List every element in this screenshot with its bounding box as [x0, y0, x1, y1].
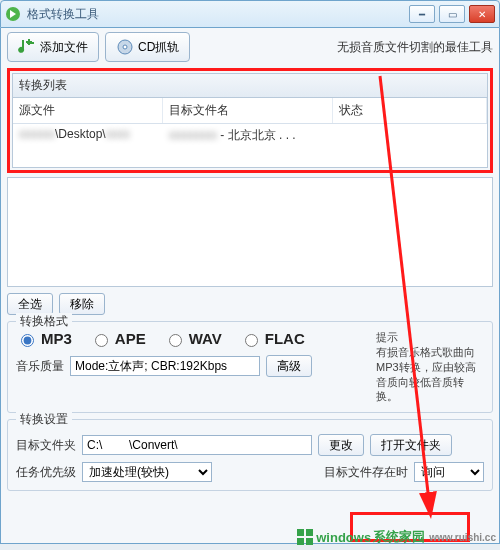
target-folder-label: 目标文件夹 — [16, 437, 76, 454]
radio-ape[interactable]: APE — [90, 330, 146, 347]
radio-wav[interactable]: WAV — [164, 330, 222, 347]
svg-point-2 — [123, 45, 127, 49]
remove-button[interactable]: 移除 — [59, 293, 105, 315]
add-file-label: 添加文件 — [40, 39, 88, 56]
settings-group: 转换设置 目标文件夹 更改 打开文件夹 任务优先级 加速处理(较快) 目标文件存… — [7, 419, 493, 491]
tagline-text: 无损音质文件切割的最佳工具 — [337, 39, 493, 56]
list-actions: 全选 移除 — [7, 293, 493, 315]
svg-rect-5 — [306, 529, 313, 536]
radio-ape-input[interactable] — [95, 334, 108, 347]
format-hint: 提示 有损音乐格式歌曲向MP3转换，应由较高音质向较低音质转换。 — [376, 330, 484, 404]
priority-select[interactable]: 加速处理(较快) — [82, 462, 212, 482]
cd-rip-label: CD抓轨 — [138, 39, 179, 56]
blank-list-area — [7, 177, 493, 287]
radio-flac[interactable]: FLAC — [240, 330, 305, 347]
radio-mp3-input[interactable] — [21, 334, 34, 347]
title-bar: 格式转换工具 ━ ▭ ✕ — [0, 0, 500, 28]
watermark: windows系统家园 www.ruishi.cc — [296, 528, 496, 546]
list-grid: 源文件 目标文件名 状态 xxxxxx\Desktop\xxxx xxxxxxx… — [12, 98, 488, 168]
table-row[interactable]: xxxxxx\Desktop\xxxx xxxxxxxx - 北京北京 . . … — [13, 124, 487, 147]
watermark-url: www.ruishi.cc — [429, 532, 496, 543]
svg-rect-7 — [306, 538, 313, 545]
format-group: 转换格式 MP3 APE WAV FLAC 音乐质量 高级 提示 有损音乐格式歌… — [7, 321, 493, 413]
maximize-button[interactable]: ▭ — [439, 5, 465, 23]
radio-flac-input[interactable] — [245, 334, 258, 347]
list-columns: 源文件 目标文件名 状态 — [13, 98, 487, 124]
cell-target: xxxxxxxx - 北京北京 . . . — [163, 124, 333, 147]
window-buttons: ━ ▭ ✕ — [409, 5, 495, 23]
main-toolbar: 添加文件 CD抓轨 无损音质文件切割的最佳工具 — [7, 32, 493, 62]
col-source[interactable]: 源文件 — [13, 98, 163, 123]
format-radios: MP3 APE WAV FLAC — [16, 330, 372, 347]
watermark-brand: windows — [316, 530, 371, 545]
watermark-suffix: 系统家园 — [373, 528, 425, 546]
window-title: 格式转换工具 — [27, 6, 99, 23]
svg-rect-4 — [297, 529, 304, 536]
format-legend: 转换格式 — [16, 313, 72, 330]
windows-logo-icon — [296, 528, 314, 546]
radio-wav-input[interactable] — [169, 334, 182, 347]
list-header: 转换列表 — [12, 73, 488, 98]
radio-mp3[interactable]: MP3 — [16, 330, 72, 347]
change-folder-button[interactable]: 更改 — [318, 434, 364, 456]
cd-icon — [116, 38, 134, 56]
cell-status — [333, 124, 487, 147]
app-body: 添加文件 CD抓轨 无损音质文件切割的最佳工具 转换列表 源文件 目标文件名 状… — [0, 28, 500, 544]
quality-input[interactable] — [70, 356, 260, 376]
conversion-list-section: 转换列表 源文件 目标文件名 状态 xxxxxx\Desktop\xxxx xx… — [7, 68, 493, 173]
minimize-button[interactable]: ━ — [409, 5, 435, 23]
col-status[interactable]: 状态 — [333, 98, 487, 123]
select-all-button[interactable]: 全选 — [7, 293, 53, 315]
cell-source: xxxxxx\Desktop\xxxx — [13, 124, 163, 147]
col-target[interactable]: 目标文件名 — [163, 98, 333, 123]
exists-label: 目标文件存在时 — [324, 464, 408, 481]
target-folder-input[interactable] — [82, 435, 312, 455]
add-file-button[interactable]: 添加文件 — [7, 32, 99, 62]
advanced-button[interactable]: 高级 — [266, 355, 312, 377]
cd-rip-button[interactable]: CD抓轨 — [105, 32, 190, 62]
hint-body: 有损音乐格式歌曲向MP3转换，应由较高音质向较低音质转换。 — [376, 345, 484, 404]
svg-rect-6 — [297, 538, 304, 545]
quality-label: 音乐质量 — [16, 358, 64, 375]
app-icon — [5, 6, 21, 22]
settings-legend: 转换设置 — [16, 411, 72, 428]
music-plus-icon — [18, 38, 36, 56]
exists-select[interactable]: 询问 — [414, 462, 484, 482]
priority-label: 任务优先级 — [16, 464, 76, 481]
open-folder-button[interactable]: 打开文件夹 — [370, 434, 452, 456]
hint-title: 提示 — [376, 330, 484, 345]
close-button[interactable]: ✕ — [469, 5, 495, 23]
